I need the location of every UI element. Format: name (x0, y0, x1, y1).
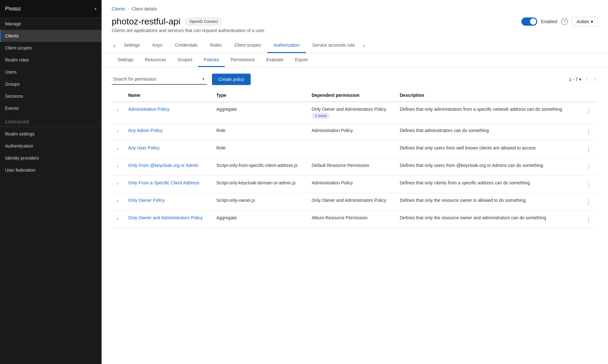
expand-button[interactable]: › (116, 163, 120, 169)
search-dropdown[interactable]: Search for permission ▾ (112, 74, 207, 85)
description-cell: Defines that only the resource owner is … (396, 193, 579, 211)
tab-prev-button[interactable]: ‹ (112, 40, 117, 51)
sidebar-item-client-scopes[interactable]: Client scopes (0, 42, 102, 54)
pagination-prev-button[interactable]: ‹ (584, 76, 590, 83)
enabled-toggle[interactable] (521, 17, 537, 26)
sidebar-item-clients[interactable]: Clients (0, 30, 102, 42)
action-cell: ⋮ (579, 123, 598, 141)
expand-button[interactable]: › (116, 145, 120, 152)
pagination-next-button[interactable]: › (592, 76, 598, 83)
table-row: ›Any User PolicyRoleDefines that only us… (112, 141, 598, 158)
inner-tabs: SettingsResourcesScopesPoliciesPermissio… (112, 53, 314, 67)
main-content: Clients › Client details photoz-restful-… (102, 0, 608, 364)
kebab-menu-button[interactable]: ⋮ (583, 180, 594, 189)
name-cell: Administration Policy (124, 102, 213, 123)
description-cell: Defines that only clients from a specifi… (396, 176, 579, 193)
table-header-row: Name Type Dependent permission Descripti… (112, 89, 598, 102)
name-cell: Only From @keycloak.org or Admin (124, 158, 213, 176)
tab-outer-settings[interactable]: Settings (117, 38, 146, 53)
expand-button[interactable]: › (116, 107, 120, 113)
kebab-menu-button[interactable]: ⋮ (583, 145, 594, 154)
breadcrumb-current: Client details (132, 6, 157, 11)
dependent-text: Administration Policy (312, 180, 392, 185)
sidebar-item-identity-providers[interactable]: Identity providers (0, 152, 102, 164)
table-row: ›Only Owner and Administrators PolicyAgg… (112, 211, 598, 228)
tab-inner-evaluate[interactable]: Evaluate (261, 53, 289, 67)
policy-name-link[interactable]: Administration Policy (128, 107, 169, 112)
policy-name-link[interactable]: Any Admin Policy (128, 128, 162, 133)
sidebar-item-realm-settings[interactable]: Realm settings (0, 128, 102, 140)
expand-cell: › (112, 123, 124, 141)
search-chevron-icon: ▾ (202, 77, 204, 81)
policy-name-link[interactable]: Only Owner Policy (128, 198, 165, 203)
sidebar-item-users[interactable]: Users (0, 66, 102, 78)
action-cell: ⋮ (579, 158, 598, 176)
sidebar-item-sessions[interactable]: Sessions (0, 90, 102, 102)
tab-inner-export[interactable]: Export (289, 53, 313, 67)
col-dependent: Dependent permission (308, 89, 396, 102)
expand-button[interactable]: › (116, 180, 120, 187)
action-cell: ⋮ (579, 211, 598, 228)
help-icon[interactable]: ? (561, 18, 568, 25)
table-row: ›Any Admin PolicyRoleAdministration Poli… (112, 123, 598, 141)
dependent-text: Administration Policy (312, 128, 392, 133)
tab-next-button[interactable]: › (361, 40, 367, 51)
description-cell: Defines that only the resource owner and… (396, 211, 579, 228)
policy-name-link[interactable]: Only Owner and Administrators Policy (128, 215, 203, 220)
tab-outer-service-accounts-role[interactable]: Service accounts role (306, 38, 361, 53)
enabled-label: Enabled (541, 19, 557, 24)
breadcrumb-separator: › (128, 7, 129, 11)
tab-inner-scopes[interactable]: Scopes (172, 53, 198, 67)
tab-outer-credentials[interactable]: Credentials (169, 38, 204, 53)
table-row: ›Administration PolicyAggregateOnly Owne… (112, 102, 598, 123)
tab-outer-roles[interactable]: Roles (204, 38, 228, 53)
expand-cell: › (112, 193, 124, 211)
dependent-text: Only Owner and Administrators Policy (312, 198, 392, 203)
kebab-menu-button[interactable]: ⋮ (583, 128, 594, 136)
sidebar-item-manage[interactable]: Manage (0, 18, 102, 30)
kebab-menu-button[interactable]: ⋮ (583, 215, 594, 223)
tab-outer-authorization[interactable]: Authorization (267, 38, 306, 53)
type-cell: Script-only-owner.js (213, 193, 308, 211)
kebab-menu-button[interactable]: ⋮ (583, 163, 594, 171)
tabs-inner: SettingsResourcesScopesPoliciesPermissio… (102, 53, 608, 67)
kebab-menu-button[interactable]: ⋮ (583, 198, 594, 206)
policy-name-link[interactable]: Only From a Specific Client Address (128, 180, 199, 185)
description-cell: Defines that only users from well known … (396, 141, 579, 158)
expand-button[interactable]: › (116, 198, 120, 204)
sidebar-item-groups[interactable]: Groups (0, 78, 102, 90)
dependent-more-tag[interactable]: 1 more (312, 113, 330, 119)
toolbar: Search for permission ▾ Create policy 1 … (102, 67, 608, 89)
name-cell: Only Owner and Administrators Policy (124, 211, 213, 228)
expand-cell: › (112, 158, 124, 176)
type-cell: Script-only-from-specific-client-address… (213, 158, 308, 176)
sidebar-item-events[interactable]: Events (0, 102, 102, 114)
tab-outer-keys[interactable]: Keys (146, 38, 169, 53)
dependent-cell (308, 141, 396, 158)
sidebar-item-user-federation[interactable]: User federation (0, 164, 102, 176)
sidebar-item-authentication[interactable]: Authentication (0, 140, 102, 152)
pagination-range[interactable]: 1 - 7 ▾ (569, 77, 581, 82)
tab-outer-client-scopes[interactable]: Client scopes (228, 38, 267, 53)
expand-cell: › (112, 141, 124, 158)
dependent-text: Default Resource Permission (312, 163, 392, 168)
policy-name-link[interactable]: Any User Policy (128, 145, 160, 150)
tab-inner-permissions[interactable]: Permissions (225, 53, 260, 67)
breadcrumb-clients[interactable]: Clients (112, 6, 125, 11)
tab-inner-settings[interactable]: Settings (112, 53, 139, 67)
col-action (579, 89, 598, 102)
sidebar-header[interactable]: Photoz ▾ (0, 0, 102, 18)
tab-inner-policies[interactable]: Policies (198, 53, 225, 67)
kebab-menu-button[interactable]: ⋮ (583, 107, 594, 115)
create-policy-button[interactable]: Create policy (212, 74, 251, 85)
sidebar-item-realm-roles[interactable]: Realm roles (0, 54, 102, 66)
action-cell: ⋮ (579, 141, 598, 158)
pagination-range-text: 1 - 7 (569, 77, 578, 82)
tab-inner-resources[interactable]: Resources (139, 53, 172, 67)
expand-button[interactable]: › (116, 128, 120, 134)
policy-name-link[interactable]: Only From @keycloak.org or Admin (128, 163, 198, 168)
expand-button[interactable]: › (116, 215, 120, 222)
expand-cell: › (112, 102, 124, 123)
description-cell: Defines that only users from @keycloak.o… (396, 158, 579, 176)
action-button[interactable]: Action ▾ (572, 17, 598, 26)
